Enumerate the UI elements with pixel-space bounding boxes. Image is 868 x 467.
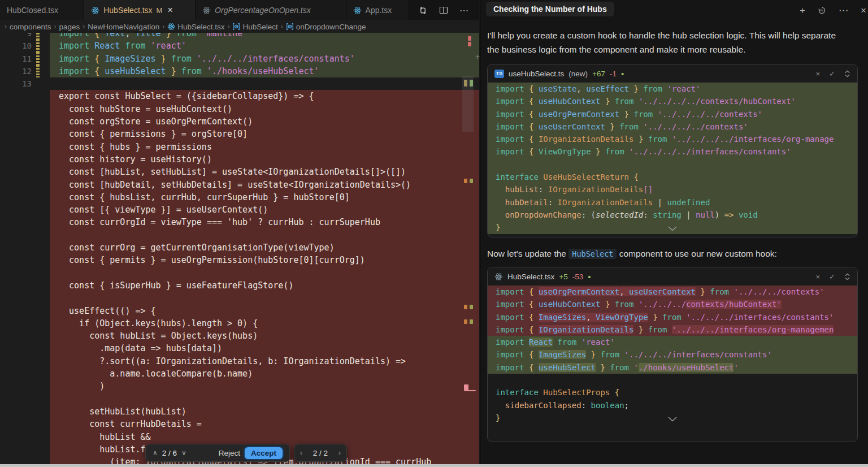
tab-label: App.tsx (366, 6, 392, 15)
removed-count: -1 (610, 70, 617, 78)
code-diff-view: 9import { Text, Title } from 'mantine'10… (0, 33, 479, 467)
breadcrumb-chevron-icon: › (54, 23, 57, 31)
code-editor[interactable]: 9import { Text, Title } from 'mantine'10… (0, 33, 479, 467)
assistant-message: Now let's update the HubSelect component… (487, 247, 843, 261)
tab-orgpercentageonopen[interactable]: OrgPercentageOnOpen.tsx (196, 0, 346, 20)
reject-file-icon[interactable]: × (816, 273, 821, 281)
react-icon (91, 6, 99, 15)
react-icon (353, 6, 362, 15)
split-editor-icon[interactable] (439, 6, 448, 15)
editor-scrollbar-thumb[interactable] (462, 76, 474, 132)
breadcrumb-item-pages[interactable]: pages (59, 23, 80, 31)
overview-ruler-mark (464, 390, 476, 391)
file-counter: 2 / 2 (313, 449, 328, 457)
breadcrumb-item-symbol-ondropdownchange[interactable]: onDropdownChange (286, 23, 366, 31)
react-icon (494, 273, 503, 281)
overview-ruler-mark (468, 42, 471, 46)
react-icon (202, 6, 211, 15)
history-icon[interactable] (818, 6, 826, 15)
unsaved-dot: • (621, 69, 624, 79)
next-change-icon[interactable]: ∨ (181, 449, 186, 457)
diff-toolbar: ∧ 2 / 6 ∨ Reject Accept (145, 444, 290, 462)
more-actions-icon[interactable]: ⋯ (459, 5, 469, 16)
compare-changes-icon[interactable] (418, 6, 428, 15)
card-code[interactable]: import { useState, useEffect } from 'rea… (488, 83, 857, 234)
tab-label: HubClosed.tsx (7, 6, 58, 15)
modified-badge: M (157, 6, 163, 15)
overview-ruler-mark (470, 305, 473, 309)
panel-divider-plus-icon[interactable]: + (475, 52, 480, 61)
card-header: TS useHubSelect.ts (new) +67 -1 • × ✓ (488, 64, 857, 83)
typescript-file-icon: TS (494, 70, 504, 78)
card-header: HubSelect.tsx +5 -53 • × ✓ (488, 267, 857, 286)
previous-file-icon[interactable]: ‹ (300, 449, 302, 457)
overview-ruler-mark (470, 179, 473, 183)
overview-ruler-mark (464, 305, 467, 309)
breadcrumb-chevron-icon: › (83, 23, 85, 31)
card-file-meta: (new) (568, 70, 588, 78)
tab-app[interactable]: App.tsx (346, 0, 408, 20)
reject-button[interactable]: Reject (219, 449, 240, 457)
symbol-icon (232, 23, 240, 31)
new-chat-icon[interactable]: + (800, 6, 805, 15)
tab-label: OrgPercentageOnOpen.tsx (215, 6, 311, 15)
close-tab-icon[interactable]: × (167, 5, 172, 15)
overview-ruler-mark (464, 384, 468, 390)
file-nav-toolbar: ‹ 2 / 2 › (294, 444, 347, 462)
accept-button[interactable]: Accept (245, 447, 283, 459)
breadcrumb-chevron-icon: › (227, 23, 229, 31)
breadcrumb-item-newhomenavigation[interactable]: NewHomeNavigation (88, 23, 159, 31)
added-count: +5 (559, 273, 567, 281)
tab-label: HubSelect.tsx (103, 6, 152, 15)
card-filename[interactable]: HubSelect.tsx (507, 273, 554, 281)
app-window: HubClosed.tsx HubSelect.tsx M × OrgPerce… (0, 0, 868, 467)
breadcrumb-chevron-icon: › (162, 23, 164, 31)
breadcrumb-chevron-icon: › (5, 23, 7, 31)
breadcrumb-chevron-icon: › (281, 23, 283, 31)
overview-ruler-mark (464, 319, 467, 324)
accept-file-icon[interactable]: ✓ (829, 273, 835, 281)
symbol-icon (286, 23, 294, 31)
unsaved-dot: • (588, 272, 591, 282)
overview-ruler-mark (464, 179, 467, 183)
more-options-icon[interactable]: ⋯ (839, 6, 848, 15)
card-code[interactable]: import { useOrgPermContext, useUserConte… (488, 286, 857, 424)
accept-file-icon[interactable]: ✓ (829, 70, 835, 78)
breadcrumb-item-symbol-hubselect[interactable]: HubSelect (232, 23, 277, 31)
breadcrumb: › components › pages › NewHomeNavigation… (0, 20, 479, 33)
expand-collapse-icon[interactable] (844, 273, 850, 280)
assistant-message: I'll help you create a custom hook to ha… (487, 28, 843, 57)
overview-ruler-mark (468, 36, 471, 41)
editor-pane: HubClosed.tsx HubSelect.tsx M × OrgPerce… (0, 0, 479, 467)
window-bottom-edge (0, 464, 868, 467)
expand-code-chevron-icon[interactable] (488, 414, 857, 423)
next-file-icon[interactable]: › (338, 449, 341, 457)
overview-ruler-mark (470, 319, 473, 324)
tab-hubclosed[interactable]: HubClosed.tsx (0, 0, 84, 20)
close-panel-icon[interactable]: × (861, 6, 866, 15)
change-counter: 2 / 6 (162, 449, 177, 457)
react-icon (167, 23, 175, 31)
editor-tab-bar: HubClosed.tsx HubSelect.tsx M × OrgPerce… (0, 0, 479, 20)
chat-header-actions: + ⋯ × (800, 6, 866, 15)
expand-collapse-icon[interactable] (844, 70, 850, 77)
expand-code-chevron-icon[interactable] (488, 224, 857, 234)
previous-change-icon[interactable]: ∧ (153, 449, 158, 457)
code-diff-card-usehubselect: TS useHubSelect.ts (new) +67 -1 • × ✓ im… (487, 64, 858, 237)
added-count: +67 (592, 70, 605, 78)
breadcrumb-item-components[interactable]: components (10, 23, 51, 31)
inline-code-hubselect: HubSelect (568, 249, 617, 259)
reject-file-icon[interactable]: × (816, 70, 821, 78)
chat-panel: Checking the Number of Hubs + ⋯ × + I'll… (480, 0, 868, 467)
tab-hubselect[interactable]: HubSelect.tsx M × (84, 0, 196, 20)
card-filename[interactable]: useHubSelect.ts (509, 70, 564, 78)
removed-count: -53 (572, 273, 584, 281)
breadcrumb-item-file[interactable]: HubSelect.tsx (167, 23, 224, 31)
tab-bar-actions: ⋯ (408, 0, 479, 20)
code-diff-card-hubselect: HubSelect.tsx +5 -53 • × ✓ import { useO… (487, 267, 858, 442)
chat-title[interactable]: Checking the Number of Hubs (486, 2, 614, 16)
